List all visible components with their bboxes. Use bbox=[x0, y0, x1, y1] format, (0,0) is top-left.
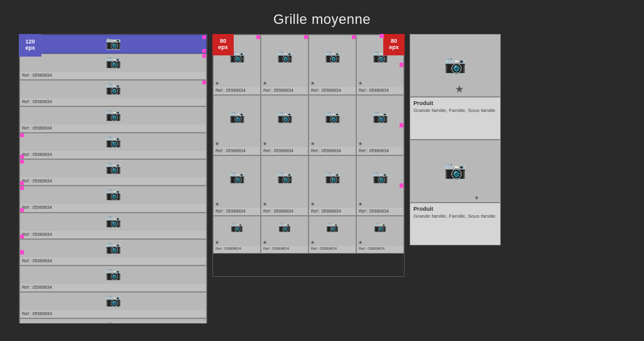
grid-cell[interactable]: 📷 bbox=[19, 35, 207, 53]
grid-cell[interactable]: 📷 ★☆☆☆☆ Ref : 05989634 bbox=[213, 95, 261, 155]
size-badge-blue: 120 epx bbox=[19, 34, 41, 57]
grid-cell[interactable]: 📷 Ref : 05989634 bbox=[19, 213, 207, 239]
grid-cell[interactable]: 📷 ★☆☆☆☆ Ref : 05989634 bbox=[213, 155, 261, 216]
grid-cell[interactable]: 📷 ★☆☆☆☆ Ref : 05989634 bbox=[261, 35, 308, 95]
grid-cell[interactable]: 📷 ★☆☆☆☆ Ref : 05989634 bbox=[213, 216, 261, 254]
grid-cell[interactable]: 📷 ★☆☆☆☆ Ref : 05989634 bbox=[356, 95, 404, 155]
grid-cell[interactable]: 📷 Ref : 05989634 bbox=[19, 186, 207, 212]
grid-cell[interactable]: 📷 Ref : 05989634 bbox=[19, 292, 207, 318]
grid-cell[interactable]: 📷 ★☆☆☆☆ Ref : 05989634 bbox=[308, 155, 356, 216]
grid-cell[interactable]: 📷 Ref : 05989634 bbox=[19, 133, 207, 159]
camera-icon-2: 📷 bbox=[444, 160, 466, 181]
grid-cell[interactable]: 📷 Ref : 05989634 bbox=[19, 53, 207, 80]
product-image-1: 📷 ★☆☆☆☆ bbox=[410, 34, 501, 97]
grid-cell[interactable]: 📷 Ref : 05989634 bbox=[19, 318, 207, 323]
grid-cell[interactable]: 📷 Ref : 05989634 bbox=[19, 239, 207, 266]
grid-cell[interactable]: 📷 ★☆☆☆☆ Ref : 05989634 bbox=[356, 155, 404, 216]
product-panel: 📷 ★☆☆☆☆ Produit Grande famille, Famille,… bbox=[410, 34, 501, 323]
grid-cell[interactable]: 📷 ★☆☆☆☆ Ref : 05989634 bbox=[261, 95, 308, 155]
size-badge-red-left: 80 epx bbox=[212, 34, 234, 55]
product-label-1: Produit bbox=[413, 100, 497, 106]
grid-cell[interactable]: 📷 Ref : 05989634 bbox=[19, 266, 207, 292]
product-label-2: Produit bbox=[413, 206, 497, 212]
product-info-2: Produit Grande famille, Famille, Sous fa… bbox=[410, 203, 501, 245]
product-desc-2: Grande famille, Famille, Sous famille. bbox=[413, 213, 497, 220]
grid-cell[interactable]: 📷 ★☆☆☆☆ Ref : 05989634 bbox=[308, 95, 356, 155]
camera-icon: 📷 bbox=[444, 54, 466, 75]
product-stars-2: ★☆☆☆☆ bbox=[474, 195, 499, 201]
product-info-1: Produit Grande famille, Famille, Sous fa… bbox=[410, 97, 501, 140]
grid-cell[interactable]: 📷 Ref : 05989634 bbox=[19, 106, 207, 133]
size-badge-red-right: 80 epx bbox=[383, 34, 405, 55]
grid-cell[interactable]: 📷 ★☆☆☆☆ Ref : 05969634 bbox=[356, 216, 404, 254]
page-title: Grille moyenne bbox=[0, 0, 644, 34]
product-stars-1: ★☆☆☆☆ bbox=[455, 83, 499, 95]
grid-cell[interactable]: 📷 ★☆☆☆☆ Ref : 05989634 bbox=[308, 216, 356, 254]
grid-cell[interactable]: 📷 ★☆☆☆☆ Ref : 05989634 bbox=[261, 155, 308, 216]
product-image-2: 📷 ★☆☆☆☆ bbox=[410, 140, 501, 203]
grid-cell[interactable]: 📷 ★☆☆☆☆ Ref : 05989634 bbox=[261, 216, 308, 254]
grid-cell[interactable]: 📷 Ref : 05989634 bbox=[19, 159, 207, 186]
product-desc-1: Grande famille, Famille, Sous famille. bbox=[413, 108, 497, 114]
grid-cell[interactable]: 📷 Ref : 05989634 bbox=[19, 80, 207, 106]
grid-cell[interactable]: 📷 ★☆☆☆☆ Ref : 05989634 bbox=[308, 35, 356, 95]
